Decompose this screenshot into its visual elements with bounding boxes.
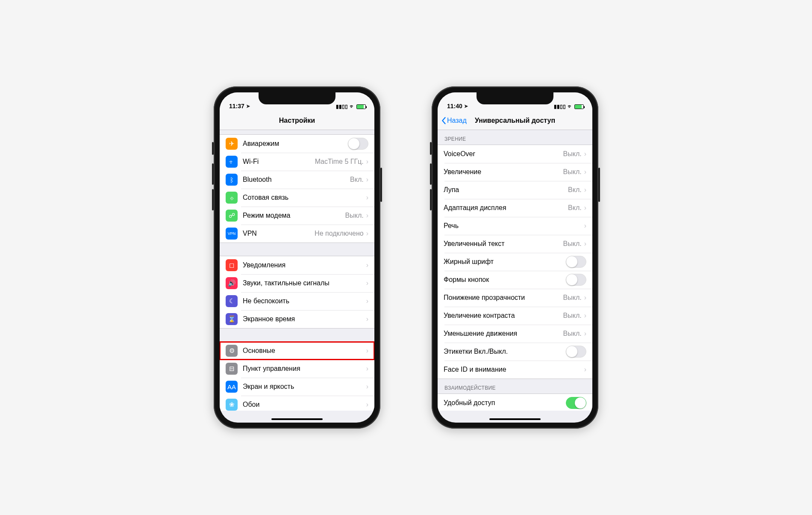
dnd-icon: ☾ xyxy=(226,295,238,307)
home-indicator[interactable] xyxy=(489,418,541,420)
row-faceid[interactable]: Face ID и внимание› xyxy=(438,361,592,379)
row-voiceover[interactable]: VoiceOverВыкл.› xyxy=(438,145,592,163)
row-label: Уведомления xyxy=(243,261,366,269)
chevron-right-icon: › xyxy=(366,347,368,355)
row-vpn[interactable]: VPNVPNНе подключено› xyxy=(220,225,374,243)
bold-text-toggle[interactable] xyxy=(566,256,586,268)
control-center-icon: ⊟ xyxy=(226,363,238,375)
row-value: Выкл. xyxy=(563,150,582,158)
row-magnifier[interactable]: ЛупаВкл.› xyxy=(438,181,592,199)
row-speech[interactable]: Речь› xyxy=(438,217,592,235)
location-arrow-icon: ➤ xyxy=(246,104,250,109)
hotspot-icon: ☍ xyxy=(226,210,238,222)
nav-title: Настройки xyxy=(279,117,315,124)
chevron-right-icon: › xyxy=(366,383,368,391)
nav-title: Универсальный доступ xyxy=(475,117,555,124)
button-shapes-toggle[interactable] xyxy=(566,274,586,286)
onoff-labels-toggle[interactable] xyxy=(566,346,586,358)
row-value: MacTime 5 ГГц. xyxy=(315,158,364,166)
notch xyxy=(477,92,553,104)
row-value: Выкл. xyxy=(563,330,582,337)
airplane-toggle[interactable] xyxy=(348,138,368,150)
back-button[interactable]: Назад xyxy=(441,117,467,124)
row-label: Основные xyxy=(243,347,366,355)
row-reduce-motion[interactable]: Уменьшение движенияВыкл.› xyxy=(438,325,592,343)
home-indicator[interactable] xyxy=(271,418,323,420)
chevron-right-icon: › xyxy=(366,365,368,373)
row-label: Этикетки Вкл./Выкл. xyxy=(444,348,566,355)
row-label: Понижение прозрачности xyxy=(444,294,563,302)
wifi-icon: ᯤ xyxy=(568,104,573,110)
row-cellular[interactable]: ⟐Сотовая связь› xyxy=(220,189,374,207)
accessibility-content[interactable]: ЗРЕНИЕVoiceOverВыкл.›УвеличениеВыкл.›Луп… xyxy=(438,130,592,411)
chevron-right-icon: › xyxy=(584,150,586,158)
row-label: Режим модема xyxy=(243,212,345,219)
row-value: Выкл. xyxy=(345,212,364,219)
row-value: Вкл. xyxy=(568,204,582,212)
row-sounds[interactable]: 🔊Звуки, тактильные сигналы› xyxy=(220,274,374,292)
chevron-right-icon: › xyxy=(584,240,586,248)
display-icon: AA xyxy=(226,381,238,393)
row-reduce-transp[interactable]: Понижение прозрачностиВыкл.› xyxy=(438,289,592,307)
chevron-right-icon: › xyxy=(584,186,586,194)
accessibility-group-0: VoiceOverВыкл.›УвеличениеВыкл.›ЛупаВкл.›… xyxy=(438,145,592,379)
vpn-icon: VPN xyxy=(226,228,238,240)
row-display[interactable]: AAЭкран и яркость› xyxy=(220,378,374,396)
battery-icon xyxy=(356,104,366,109)
chevron-right-icon: › xyxy=(584,204,586,212)
row-screentime[interactable]: ⌛Экранное время› xyxy=(220,310,374,328)
sounds-icon: 🔊 xyxy=(226,277,238,289)
row-increase-contrast[interactable]: Увеличение контрастаВыкл.› xyxy=(438,307,592,325)
row-control-center[interactable]: ⊟Пункт управления› xyxy=(220,360,374,378)
volume-down xyxy=(430,189,432,210)
row-zoom[interactable]: УвеличениеВыкл.› xyxy=(438,163,592,181)
chevron-right-icon: › xyxy=(366,176,368,184)
settings-content[interactable]: ✈АвиарежимᯤWi-FiMacTime 5 ГГц.›ᛒBluetoot… xyxy=(220,130,374,411)
reachability-toggle[interactable] xyxy=(566,397,586,409)
row-notifications[interactable]: ◻Уведомления› xyxy=(220,256,374,274)
row-value: Выкл. xyxy=(563,312,582,320)
row-bold-text[interactable]: Жирный шрифт xyxy=(438,253,592,271)
section-header: ЗРЕНИЕ xyxy=(438,130,592,145)
row-label: Лупа xyxy=(444,186,568,194)
general-icon: ⚙ xyxy=(226,345,238,357)
row-larger-text[interactable]: Увеличенный текстВыкл.› xyxy=(438,235,592,253)
row-airplane[interactable]: ✈Авиарежим xyxy=(220,135,374,153)
row-reachability[interactable]: Удобный доступ xyxy=(438,394,592,411)
row-dnd[interactable]: ☾Не беспокоить› xyxy=(220,292,374,310)
wallpaper-icon: ❀ xyxy=(226,399,238,411)
row-value: Не подключено xyxy=(315,230,364,237)
volume-down xyxy=(212,189,214,210)
row-button-shapes[interactable]: Формы кнопок xyxy=(438,271,592,289)
chevron-right-icon: › xyxy=(584,330,586,337)
screentime-icon: ⌛ xyxy=(226,313,238,325)
cellular-signal-icon: ▮▮▯▯ xyxy=(554,104,566,110)
row-onoff-labels[interactable]: Этикетки Вкл./Выкл. xyxy=(438,343,592,361)
settings-group-2: ⚙Основные›⊟Пункт управления›AAЭкран и яр… xyxy=(220,341,374,411)
chevron-right-icon: › xyxy=(366,279,368,287)
row-label: Речь xyxy=(444,222,584,230)
row-wifi[interactable]: ᯤWi-FiMacTime 5 ГГц.› xyxy=(220,153,374,171)
row-display-accom[interactable]: Адаптация дисплеяВкл.› xyxy=(438,199,592,217)
chevron-right-icon: › xyxy=(366,158,368,166)
row-label: Звуки, тактильные сигналы xyxy=(243,279,366,287)
row-label: Адаптация дисплея xyxy=(444,204,568,212)
row-label: Увеличение контраста xyxy=(444,312,563,320)
row-wallpaper[interactable]: ❀Обои› xyxy=(220,396,374,411)
chevron-right-icon: › xyxy=(366,401,368,408)
volume-up xyxy=(212,163,214,185)
row-label: Экран и яркость xyxy=(243,383,366,391)
row-label: VoiceOver xyxy=(444,150,563,158)
row-hotspot[interactable]: ☍Режим модемаВыкл.› xyxy=(220,207,374,225)
row-label: Экранное время xyxy=(243,315,366,323)
row-label: Обои xyxy=(243,401,366,408)
nav-bar: Настройки xyxy=(220,111,374,130)
chevron-right-icon: › xyxy=(584,312,586,320)
phone-left: 11:37 ➤ ▮▮▯▯ ᯤ Настройки ✈АвиарежимᯤWi-F… xyxy=(214,86,380,429)
chevron-right-icon: › xyxy=(584,366,586,373)
row-label: Не беспокоить xyxy=(243,297,366,305)
row-label: VPN xyxy=(243,230,315,237)
chevron-right-icon: › xyxy=(366,297,368,305)
row-general[interactable]: ⚙Основные› xyxy=(220,342,374,360)
row-bluetooth[interactable]: ᛒBluetoothВкл.› xyxy=(220,171,374,189)
